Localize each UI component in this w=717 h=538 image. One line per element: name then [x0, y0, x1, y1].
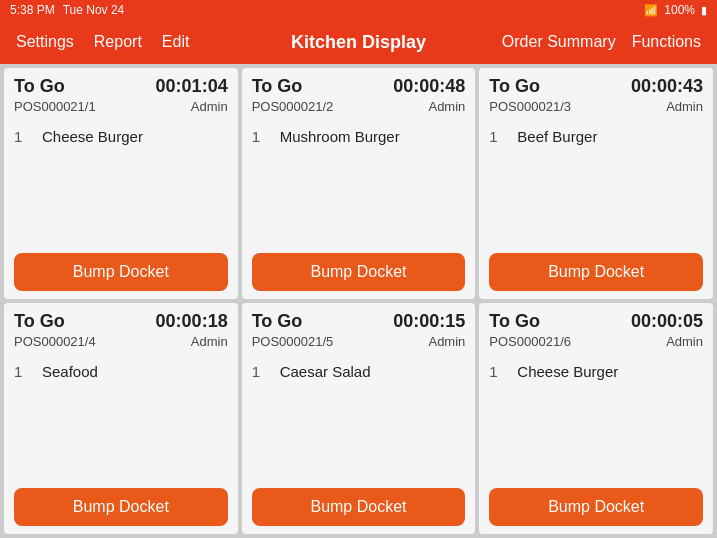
card-timer: 00:00:15: [393, 311, 465, 332]
card-title: To Go: [252, 311, 303, 332]
card-body: 1 Seafood: [4, 353, 238, 480]
card-title: To Go: [489, 76, 540, 97]
card-footer: Bump Docket: [4, 245, 238, 299]
order-qty: 1: [489, 363, 505, 380]
card-timer: 00:00:18: [156, 311, 228, 332]
status-bar-left: 5:38 PM Tue Nov 24: [10, 3, 124, 17]
card-user: Admin: [428, 334, 465, 349]
card-4: To Go 00:00:18 POS000021/4 Admin 1 Seafo…: [4, 303, 238, 534]
order-qty: 1: [252, 363, 268, 380]
nav-bar: Settings Report Edit Kitchen Display Ord…: [0, 20, 717, 64]
card-header-row1: To Go 00:00:43: [489, 76, 703, 97]
status-time: 5:38 PM: [10, 3, 55, 17]
card-body: 1 Cheese Burger: [479, 353, 713, 480]
card-header-row2: POS000021/6 Admin: [489, 334, 703, 349]
card-grid: To Go 00:01:04 POS000021/1 Admin 1 Chees…: [0, 64, 717, 538]
card-header-row1: To Go 00:00:48: [252, 76, 466, 97]
order-item: 1 Seafood: [14, 363, 228, 380]
card-header-row2: POS000021/5 Admin: [252, 334, 466, 349]
nav-settings[interactable]: Settings: [16, 33, 74, 51]
card-header-row2: POS000021/3 Admin: [489, 99, 703, 114]
card-user: Admin: [666, 99, 703, 114]
order-qty: 1: [252, 128, 268, 145]
nav-edit[interactable]: Edit: [162, 33, 190, 51]
card-header-row1: To Go 00:01:04: [14, 76, 228, 97]
card-user: Admin: [191, 99, 228, 114]
card-header: To Go 00:00:43 POS000021/3 Admin: [479, 68, 713, 118]
order-qty: 1: [14, 128, 30, 145]
order-name: Caesar Salad: [280, 363, 371, 380]
card-title: To Go: [14, 311, 65, 332]
order-item: 1 Cheese Burger: [14, 128, 228, 145]
card-5: To Go 00:00:15 POS000021/5 Admin 1 Caesa…: [242, 303, 476, 534]
card-timer: 00:00:05: [631, 311, 703, 332]
wifi-icon: 📶: [644, 4, 658, 17]
order-item: 1 Caesar Salad: [252, 363, 466, 380]
bump-docket-button[interactable]: Bump Docket: [14, 488, 228, 526]
card-footer: Bump Docket: [479, 245, 713, 299]
card-timer: 00:01:04: [156, 76, 228, 97]
card-footer: Bump Docket: [479, 480, 713, 534]
bump-docket-button[interactable]: Bump Docket: [252, 488, 466, 526]
nav-report[interactable]: Report: [94, 33, 142, 51]
order-name: Seafood: [42, 363, 98, 380]
card-pos: POS000021/3: [489, 99, 571, 114]
card-header: To Go 00:00:15 POS000021/5 Admin: [242, 303, 476, 353]
bump-docket-button[interactable]: Bump Docket: [489, 488, 703, 526]
nav-functions[interactable]: Functions: [632, 33, 701, 51]
order-name: Cheese Burger: [42, 128, 143, 145]
card-title: To Go: [489, 311, 540, 332]
card-header-row2: POS000021/4 Admin: [14, 334, 228, 349]
card-pos: POS000021/1: [14, 99, 96, 114]
card-user: Admin: [666, 334, 703, 349]
nav-order-summary[interactable]: Order Summary: [502, 33, 616, 51]
card-pos: POS000021/5: [252, 334, 334, 349]
card-6: To Go 00:00:05 POS000021/6 Admin 1 Chees…: [479, 303, 713, 534]
card-footer: Bump Docket: [242, 480, 476, 534]
card-header: To Go 00:00:05 POS000021/6 Admin: [479, 303, 713, 353]
order-qty: 1: [14, 363, 30, 380]
card-pos: POS000021/4: [14, 334, 96, 349]
card-header-row2: POS000021/2 Admin: [252, 99, 466, 114]
status-bar-right: 📶 100% ▮: [644, 3, 707, 17]
nav-right: Order Summary Functions: [502, 33, 701, 51]
card-user: Admin: [428, 99, 465, 114]
bump-docket-button[interactable]: Bump Docket: [489, 253, 703, 291]
nav-title: Kitchen Display: [291, 32, 426, 53]
order-item: 1 Cheese Burger: [489, 363, 703, 380]
card-title: To Go: [252, 76, 303, 97]
card-footer: Bump Docket: [242, 245, 476, 299]
card-title: To Go: [14, 76, 65, 97]
bump-docket-button[interactable]: Bump Docket: [252, 253, 466, 291]
battery-level: 100%: [664, 3, 695, 17]
order-item: 1 Beef Burger: [489, 128, 703, 145]
card-user: Admin: [191, 334, 228, 349]
card-timer: 00:00:43: [631, 76, 703, 97]
card-header: To Go 00:00:18 POS000021/4 Admin: [4, 303, 238, 353]
card-pos: POS000021/2: [252, 99, 334, 114]
card-timer: 00:00:48: [393, 76, 465, 97]
order-name: Mushroom Burger: [280, 128, 400, 145]
order-item: 1 Mushroom Burger: [252, 128, 466, 145]
card-2: To Go 00:00:48 POS000021/2 Admin 1 Mushr…: [242, 68, 476, 299]
card-1: To Go 00:01:04 POS000021/1 Admin 1 Chees…: [4, 68, 238, 299]
card-header-row1: To Go 00:00:05: [489, 311, 703, 332]
card-header-row2: POS000021/1 Admin: [14, 99, 228, 114]
card-header-row1: To Go 00:00:18: [14, 311, 228, 332]
card-3: To Go 00:00:43 POS000021/3 Admin 1 Beef …: [479, 68, 713, 299]
battery-icon: ▮: [701, 4, 707, 17]
bump-docket-button[interactable]: Bump Docket: [14, 253, 228, 291]
card-body: 1 Caesar Salad: [242, 353, 476, 480]
order-name: Cheese Burger: [517, 363, 618, 380]
card-footer: Bump Docket: [4, 480, 238, 534]
status-date: Tue Nov 24: [63, 3, 125, 17]
card-header: To Go 00:01:04 POS000021/1 Admin: [4, 68, 238, 118]
card-body: 1 Beef Burger: [479, 118, 713, 245]
card-body: 1 Cheese Burger: [4, 118, 238, 245]
card-pos: POS000021/6: [489, 334, 571, 349]
order-qty: 1: [489, 128, 505, 145]
nav-left: Settings Report Edit: [16, 33, 189, 51]
status-bar: 5:38 PM Tue Nov 24 📶 100% ▮: [0, 0, 717, 20]
card-header: To Go 00:00:48 POS000021/2 Admin: [242, 68, 476, 118]
card-body: 1 Mushroom Burger: [242, 118, 476, 245]
